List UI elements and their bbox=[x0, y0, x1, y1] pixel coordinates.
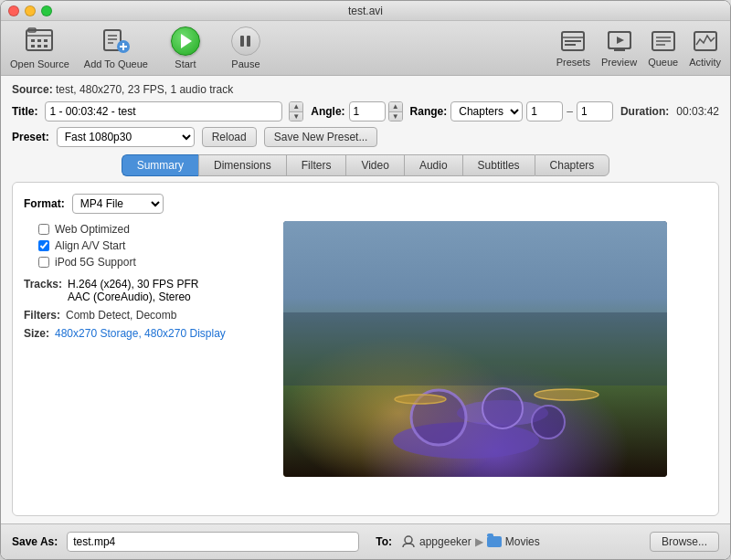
tab-dimensions[interactable]: Dimensions bbox=[198, 154, 286, 176]
format-select[interactable]: MP4 File MKV File WebM File bbox=[72, 194, 164, 214]
tracks-label: Tracks: bbox=[24, 278, 62, 303]
activity-icon bbox=[693, 28, 718, 54]
tab-summary[interactable]: Summary bbox=[122, 154, 198, 176]
angle-spinner-down[interactable]: ▼ bbox=[389, 112, 402, 122]
tab-filters[interactable]: Filters bbox=[286, 154, 346, 176]
checkboxes: Web Optimized Align A/V Start iPod 5G Su… bbox=[38, 223, 243, 269]
svg-rect-19 bbox=[565, 44, 576, 46]
tab-subtitles[interactable]: Subtitles bbox=[462, 154, 535, 176]
activity-button[interactable]: Activity bbox=[689, 28, 721, 68]
path-display: appgeeker ▶ Movies bbox=[401, 534, 540, 549]
web-optimized-label: Web Optimized bbox=[55, 223, 130, 236]
close-button[interactable] bbox=[8, 5, 19, 16]
duration-label: Duration: bbox=[620, 105, 669, 118]
preset-select[interactable]: Fast 1080p30 Fast 720p30 HQ 1080p30 Surr… bbox=[57, 127, 195, 147]
title-spinner-down[interactable]: ▼ bbox=[290, 112, 302, 122]
queue-icon bbox=[651, 28, 676, 54]
preset-row: Preset: Fast 1080p30 Fast 720p30 HQ 1080… bbox=[12, 127, 719, 147]
toolbar-right: Presets Preview bbox=[556, 28, 721, 68]
save-as-input[interactable] bbox=[67, 532, 359, 552]
align-av-checkbox[interactable] bbox=[38, 240, 49, 251]
size-value[interactable]: 480x270 Storage, 480x270 Display bbox=[55, 327, 226, 340]
format-label: Format: bbox=[24, 197, 65, 210]
preview-image bbox=[283, 221, 667, 477]
angle-spinner-up[interactable]: ▲ bbox=[389, 102, 402, 112]
title-input[interactable] bbox=[45, 101, 282, 122]
path-folder: Movies bbox=[505, 535, 540, 548]
open-source-button[interactable]: Open Source bbox=[10, 26, 69, 69]
ipod-row[interactable]: iPod 5G Support bbox=[38, 256, 243, 269]
range-label: Range: bbox=[410, 105, 448, 118]
add-to-queue-button[interactable]: Add To Queue bbox=[84, 26, 148, 69]
queue-button[interactable]: Queue bbox=[648, 28, 678, 68]
queue-label: Queue bbox=[648, 57, 678, 68]
svg-rect-3 bbox=[31, 39, 35, 42]
tab-video[interactable]: Video bbox=[345, 154, 403, 176]
minimize-button[interactable] bbox=[25, 5, 36, 16]
web-optimized-checkbox[interactable] bbox=[38, 224, 49, 235]
svg-point-36 bbox=[482, 388, 523, 428]
activity-label: Activity bbox=[689, 57, 721, 68]
preview-icon bbox=[607, 28, 632, 54]
open-source-label: Open Source bbox=[10, 58, 69, 69]
ipod-checkbox[interactable] bbox=[38, 257, 49, 268]
source-info: Source: test, 480x270, 23 FPS, 1 audio t… bbox=[12, 83, 719, 96]
filters-line: Filters: Comb Detect, Decomb bbox=[24, 309, 243, 322]
presets-label: Presets bbox=[556, 57, 590, 68]
bottom-bar: Save As: To: appgeeker ▶ Movies Browse..… bbox=[1, 523, 730, 559]
pause-button[interactable]: Pause bbox=[223, 26, 269, 69]
info-block: Tracks: H.264 (x264), 30 FPS PFR AAC (Co… bbox=[24, 278, 243, 340]
preview-button[interactable]: Preview bbox=[601, 28, 637, 68]
filters-value: Comb Detect, Decomb bbox=[66, 309, 176, 322]
angle-input[interactable] bbox=[349, 101, 386, 122]
presets-button[interactable]: Presets bbox=[556, 28, 590, 68]
range-from-input[interactable] bbox=[526, 101, 563, 122]
svg-point-37 bbox=[532, 406, 565, 438]
tab-chapters[interactable]: Chapters bbox=[535, 154, 610, 176]
main-panel: Format: MP4 File MKV File WebM File Web … bbox=[12, 182, 719, 516]
align-av-row[interactable]: Align A/V Start bbox=[38, 239, 243, 252]
range-select[interactable]: Chapters Seconds Frames bbox=[450, 101, 523, 122]
align-av-label: Align A/V Start bbox=[55, 239, 125, 252]
user-icon bbox=[401, 534, 416, 549]
tracks-line1: H.264 (x264), 30 FPS PFR bbox=[68, 278, 198, 291]
preview-label: Preview bbox=[601, 57, 637, 68]
window-title: test.avi bbox=[348, 5, 383, 17]
tab-bar: Summary Dimensions Filters Video Audio S… bbox=[12, 154, 719, 176]
maximize-button[interactable] bbox=[41, 5, 52, 16]
open-source-icon bbox=[25, 26, 54, 56]
reload-button[interactable]: Reload bbox=[202, 127, 257, 147]
title-spinner-up[interactable]: ▲ bbox=[290, 102, 302, 112]
content-area: Source: test, 480x270, 23 FPS, 1 audio t… bbox=[1, 76, 730, 523]
filters-label: Filters: bbox=[24, 309, 60, 322]
start-button[interactable]: Start bbox=[163, 26, 208, 69]
source-label: Source: bbox=[12, 83, 53, 96]
svg-rect-18 bbox=[565, 40, 581, 42]
svg-rect-8 bbox=[44, 45, 48, 48]
title-spinner[interactable]: ▲ ▼ bbox=[289, 101, 303, 122]
browse-button[interactable]: Browse... bbox=[650, 532, 719, 552]
path-user: appgeeker bbox=[419, 535, 471, 548]
angle-group: Angle: ▲ ▼ bbox=[311, 101, 402, 122]
window-controls bbox=[8, 5, 52, 16]
range-dash: – bbox=[567, 105, 573, 118]
source-value: test, 480x270, 23 FPS, 1 audio track bbox=[56, 83, 233, 96]
size-label: Size: bbox=[24, 327, 49, 340]
web-optimized-row[interactable]: Web Optimized bbox=[38, 223, 243, 236]
svg-rect-32 bbox=[283, 312, 667, 386]
save-as-label: Save As: bbox=[12, 535, 58, 548]
svg-point-39 bbox=[395, 395, 446, 404]
svg-rect-6 bbox=[31, 45, 35, 48]
preview-area bbox=[243, 194, 707, 504]
tracks-line: Tracks: H.264 (x264), 30 FPS PFR AAC (Co… bbox=[24, 278, 243, 303]
range-to-input[interactable] bbox=[577, 101, 613, 122]
angle-spinner[interactable]: ▲ ▼ bbox=[388, 101, 403, 122]
presets-icon bbox=[560, 28, 586, 54]
start-icon bbox=[171, 26, 200, 56]
path-separator: ▶ bbox=[475, 535, 483, 548]
start-label: Start bbox=[175, 58, 196, 69]
save-new-preset-button[interactable]: Save New Preset... bbox=[264, 127, 378, 147]
folder-icon bbox=[487, 536, 502, 547]
pause-label: Pause bbox=[231, 58, 260, 69]
tab-audio[interactable]: Audio bbox=[404, 154, 462, 176]
